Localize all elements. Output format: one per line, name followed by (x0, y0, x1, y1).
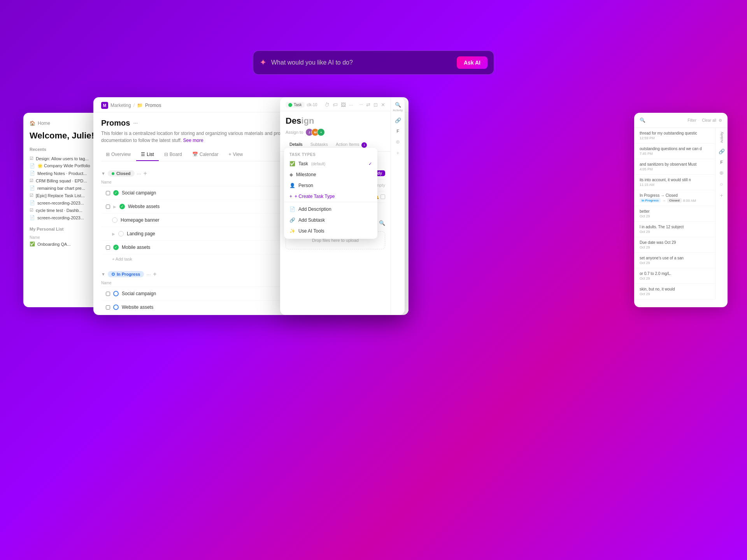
close-icon[interactable]: ✕ (381, 102, 385, 108)
list-item: thread for my outstanding questic 12:59 … (634, 128, 715, 144)
task-type-badge[interactable]: Task (286, 102, 305, 108)
more-icon[interactable]: ··· (349, 102, 353, 108)
recent-text: cycle time test · Dashb... (36, 208, 82, 213)
recent-icon: ☑ (30, 178, 33, 183)
sidebar-link-icon[interactable]: 🔗 (395, 117, 401, 123)
ask-ai-button[interactable]: Ask AI (457, 56, 487, 69)
add-description-btn[interactable]: 📄 Add Description (284, 204, 377, 215)
recent-text: 🌟 Company Wide Portfolio (37, 163, 90, 168)
create-plus-icon: + (289, 194, 292, 199)
task-checkbox[interactable] (106, 292, 110, 296)
closed-collapse-btn[interactable]: ▼ (101, 171, 105, 176)
more-options-btn[interactable]: ··· (359, 102, 363, 108)
activity-text: In Progress → Closed (640, 193, 710, 198)
recent-icon: ☑ (30, 156, 33, 161)
task-checkbox[interactable] (106, 245, 110, 250)
assign-row: Assign to J M + (286, 128, 385, 136)
add-subtask-btn[interactable]: 🔗 Add Subtask (284, 215, 377, 226)
tab-view-add[interactable]: + View (224, 149, 247, 161)
ai-prompt-text: What would you like AI to do? (271, 59, 452, 66)
inprogress-collapse-btn[interactable]: ▼ (101, 272, 105, 276)
link-icon[interactable]: 🔗 (719, 149, 725, 154)
search-icon[interactable]: 🔍 (640, 117, 645, 123)
detail-header-icons: ⏱ 🏷 🖼 ··· ··· ⇄ ⊡ ✕ (324, 102, 385, 108)
figma-icon[interactable]: F (720, 160, 723, 164)
activity-list: thread for my outstanding questic 12:59 … (634, 128, 715, 299)
milestone-label: Milestone (296, 172, 316, 177)
activity-meta: Oct 29 (640, 230, 710, 234)
task-left: ✓ Mobile assets (106, 245, 150, 250)
task-checkbox[interactable] (106, 191, 110, 195)
task-name: Social campaign (122, 291, 156, 296)
dropdown-item-task[interactable]: ✅ Task (default) ✓ (284, 158, 377, 169)
detail-title-area: Design Assign to J M + (280, 111, 391, 139)
spark-icon: ✦ (260, 58, 267, 68)
expand-icon[interactable]: ⊡ (374, 102, 378, 108)
inprogress-more-btn[interactable]: ··· (146, 271, 151, 277)
closed-status-badge[interactable]: Closed (108, 170, 135, 177)
tab-overview[interactable]: ⊞ Overview (101, 149, 135, 161)
dropdown-actions-section: 📄 Add Description 🔗 Add Subtask ✨ Use AI… (284, 202, 377, 236)
tab-calendar[interactable]: 📅 Calendar (188, 149, 223, 161)
sidebar-close-icon[interactable]: + (396, 150, 400, 156)
activity-meta: Oct 29 (640, 214, 710, 218)
dropdown-item-person[interactable]: 👤 Person (284, 180, 377, 191)
closed-dot (112, 172, 114, 175)
tag-icon[interactable]: 🏷 (333, 102, 338, 108)
task-status-blue (113, 304, 119, 310)
github-icon[interactable]: ⊕ (719, 170, 724, 176)
image-icon[interactable]: 🖼 (341, 102, 346, 108)
milestone-icon: ◆ (289, 172, 293, 177)
activity-text: set anyone's use of a san (640, 256, 710, 260)
activity-filter-row: Filter · Clear all ⚙ (687, 118, 722, 122)
sidebar-github-icon[interactable]: ⊕ (396, 139, 400, 145)
tab-list[interactable]: ☰ List (136, 149, 159, 161)
sidebar-activity-icon[interactable]: 🔍 Activity (393, 102, 403, 112)
board-icon: ⊟ (164, 152, 168, 157)
personal-text: Onboarding QA... (37, 242, 71, 247)
closed-add-btn[interactable]: + (143, 170, 147, 177)
tab-board[interactable]: ⊟ Board (160, 149, 187, 161)
activity-meta: Oct 29 (640, 276, 710, 280)
calendar-icon: 📅 (192, 152, 198, 157)
promos-label: Promos (145, 103, 161, 108)
task-name: Website assets (128, 204, 160, 209)
in-progress-status-badge[interactable]: In Progress (108, 271, 144, 277)
x-icon: + (396, 150, 400, 156)
person-type-icon: 👤 (289, 183, 295, 188)
dropdown-item-milestone[interactable]: ◆ Milestone (284, 169, 377, 180)
settings-icon[interactable]: ⚙ (719, 118, 722, 122)
expand-chevron[interactable]: ▶ (113, 205, 116, 209)
dev-checkbox[interactable] (381, 194, 385, 199)
task-type-icon: ✅ (289, 161, 295, 166)
task-types-dropdown: TaSK Types ✅ Task (default) ✓ ◆ Mileston… (284, 148, 377, 239)
circle-icon[interactable]: ○ (720, 181, 723, 187)
filter-label[interactable]: Filter (687, 118, 696, 122)
recent-icon: 📄 (30, 171, 35, 176)
recent-icon: ☑ (30, 208, 33, 213)
task-checkbox[interactable] (106, 205, 110, 209)
expand-chevron[interactable]: ▶ (112, 232, 115, 236)
closed-more-btn[interactable]: ··· (137, 171, 141, 177)
use-ai-tools-btn[interactable]: ✨ Use AI Tools (284, 226, 377, 236)
detail-header-left: Task clk-10 (286, 102, 317, 108)
sidebar-figma-icon[interactable]: F (396, 129, 399, 133)
inprogress-add-btn[interactable]: + (153, 271, 156, 278)
person-label: Person (298, 183, 313, 188)
create-task-type-btn[interactable]: + + Create Task Type (284, 191, 377, 202)
activity-text: its into account, it would still n (640, 178, 710, 182)
title-more-btn[interactable]: ··· (133, 120, 138, 126)
share-icon[interactable]: ⇄ (366, 102, 370, 108)
recent-icon: 📄 (30, 163, 35, 168)
search-attachments-icon[interactable]: 🔍 (379, 220, 385, 226)
task-left: Website assets (106, 304, 153, 310)
activity-text: outstanding questions and we can d (640, 147, 710, 151)
task-checkbox[interactable] (106, 305, 110, 310)
timer-icon[interactable]: ⏱ (324, 102, 330, 108)
see-more-link[interactable]: See more (183, 138, 203, 143)
list-item: outstanding questions and we can d 7:45 … (634, 144, 715, 159)
clear-label[interactable]: Clear all (702, 118, 716, 122)
activity-tab[interactable]: Activity (720, 132, 724, 143)
plus-icon[interactable]: + (720, 192, 723, 198)
list-item: Due date was Oct 29 Oct 29 (634, 237, 715, 253)
